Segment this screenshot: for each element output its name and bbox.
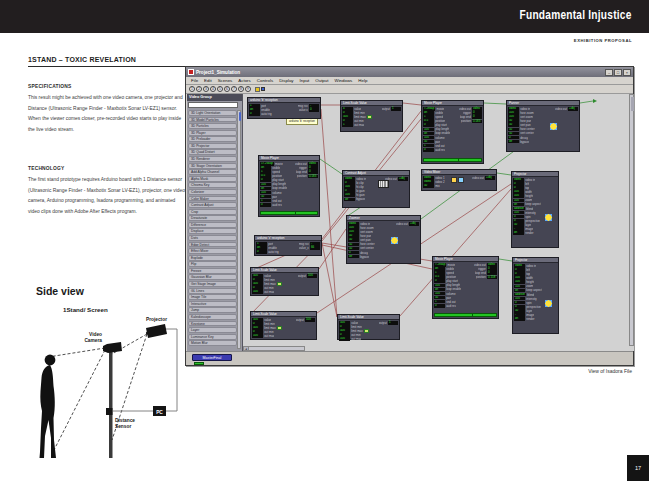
port-value[interactable]: 0 <box>508 136 519 140</box>
toolbox-item-color-maker[interactable]: Color Maker <box>188 196 237 202</box>
port-value[interactable]: 100 <box>260 183 271 187</box>
port-value[interactable]: video <box>513 178 524 182</box>
port-value[interactable]: 100 <box>508 115 519 119</box>
actor-node-arduino-b-reception[interactable]: arduino 'b' reception1portonenable0auto … <box>247 97 321 119</box>
port-value[interactable]: 50 <box>434 296 445 300</box>
actor-node-video-mixer[interactable]: Video Mixervideovideo 1videovideo 250mix… <box>421 169 497 191</box>
port-value[interactable]: 0 <box>514 268 525 272</box>
port-value[interactable]: 50 <box>508 123 519 127</box>
output-port[interactable]: output100 <box>298 274 317 278</box>
port-value[interactable]: 0 <box>260 178 271 182</box>
selected-media-icon[interactable] <box>545 214 552 221</box>
port-value[interactable]: 0 <box>252 278 263 282</box>
canvas-vscrollbar[interactable] <box>629 94 634 346</box>
port-value[interactable]: video <box>508 107 519 111</box>
port-value[interactable]: 0.5 <box>423 119 434 123</box>
port-value[interactable]: 500 <box>342 115 353 119</box>
menu-display[interactable]: Display <box>276 78 296 83</box>
port-value[interactable]: on <box>423 132 434 136</box>
toolbar-button-8[interactable]: 8 <box>238 86 244 92</box>
toolbar-button-7[interactable]: 7 <box>231 86 237 92</box>
port-value[interactable]: 1 <box>256 242 267 246</box>
port-value[interactable]: 100 <box>513 211 524 215</box>
toolbox-item-luminance-key[interactable]: Luminance Key <box>188 334 237 340</box>
port-value[interactable]: 100 <box>513 199 524 203</box>
menu-input[interactable]: Input <box>297 78 313 83</box>
selected-media-icon[interactable] <box>550 123 557 130</box>
port-value[interactable]: 50 <box>348 238 359 242</box>
toolbox-item-flip[interactable]: Flip <box>188 261 237 267</box>
port-value[interactable]: 0 <box>344 181 355 185</box>
port-value[interactable]: video <box>423 176 434 180</box>
maximize-button[interactable]: □ <box>614 69 622 76</box>
port-value[interactable]: 100 <box>434 284 445 288</box>
port-value[interactable]: 100 <box>434 292 445 296</box>
port-value[interactable]: 50 <box>260 195 271 199</box>
port-value[interactable]: 100 <box>348 230 359 234</box>
toolbox-item-alpha-mask[interactable]: Alpha Mask <box>188 176 237 182</box>
output-port[interactable]: value x0 <box>298 108 319 112</box>
input-port[interactable]: 0auto trig <box>256 250 320 254</box>
port-value[interactable]: 50 <box>348 234 359 238</box>
toolbox-item-gl-lines[interactable]: GL Lines <box>188 288 237 294</box>
port-value[interactable]: 0 <box>514 272 525 276</box>
input-port[interactable]: onrender <box>513 231 557 235</box>
toolbox-item-interactive[interactable]: Interactive <box>188 301 237 307</box>
port-value[interactable]: 500 <box>252 274 263 278</box>
patch-canvas[interactable]: arduino 'b' reception ◄ arduino 'b' rece… <box>243 94 634 351</box>
port-value[interactable]: off <box>508 140 519 144</box>
port-value[interactable]: 500 <box>339 329 350 333</box>
port-value[interactable]: 50 <box>348 243 359 247</box>
port-value[interactable]: on <box>434 288 445 292</box>
port-value[interactable]: 50 <box>423 184 434 188</box>
actor-node-movie-player[interactable]: Movie Player7.28kapmovieonvisible1speed0… <box>432 256 499 319</box>
window-titlebar[interactable]: Project1_Simulation – □ × <box>186 67 633 77</box>
port-value[interactable]: 4 <box>342 107 353 111</box>
actor-node-limit-scale-value[interactable]: Limit-Scale Value500value0limit min500li… <box>250 267 319 296</box>
link-icon[interactable] <box>261 87 265 91</box>
port-value[interactable]: 0 <box>260 203 271 207</box>
port-value[interactable]: 500 <box>252 326 263 330</box>
port-value[interactable]: 0 <box>513 219 524 223</box>
port-value[interactable]: video <box>514 264 525 268</box>
input-port[interactable]: offbypass <box>508 140 578 144</box>
port-value[interactable]: 1 <box>423 144 434 148</box>
output-port[interactable]: position0.158 <box>474 275 497 279</box>
toolbox-item-colorizer[interactable]: Colorizer <box>188 189 237 195</box>
port-value[interactable]: off <box>344 198 355 202</box>
actor-node-zoomer[interactable]: Zoomervideovideo in100horz zoom100vert z… <box>346 215 421 264</box>
output-port[interactable]: position0.583 <box>295 174 318 178</box>
toolbox-item-difference[interactable]: Difference <box>188 222 237 228</box>
port-value[interactable]: 0 <box>252 330 263 334</box>
toolbar-button-2[interactable]: 2 <box>196 86 202 92</box>
selected-media-icon[interactable] <box>545 300 552 307</box>
input-port[interactable]: 50mix <box>423 184 495 188</box>
actor-node-limit-scale-value[interactable]: Limit-Scale Value500value0limit min500li… <box>337 314 400 340</box>
port-value[interactable]: 100 <box>508 111 519 115</box>
port-value[interactable]: 0 <box>434 304 445 308</box>
port-value[interactable]: 0 <box>342 119 353 123</box>
port-value[interactable]: 0.5 <box>434 275 445 279</box>
port-value[interactable]: 100 <box>514 285 525 289</box>
port-value[interactable]: 500 <box>339 321 350 325</box>
port-value[interactable]: - <box>514 313 525 317</box>
port-value[interactable]: 50 <box>348 247 359 251</box>
toolbox-item-gaussian-blur[interactable]: Gaussian Blur <box>188 274 237 280</box>
port-value[interactable]: 500 <box>252 318 263 322</box>
port-value[interactable]: 100 <box>260 191 271 195</box>
port-value[interactable]: 100 <box>339 337 350 341</box>
actor-node-contrast-adjust[interactable]: Contrast Adjustvideovideo in0lo clip100h… <box>342 170 410 208</box>
port-value[interactable]: 1 <box>423 115 434 119</box>
toolbox-filter-input[interactable] <box>188 102 238 108</box>
port-value[interactable]: on <box>514 289 525 293</box>
port-value[interactable]: 0 <box>339 325 350 329</box>
port-value[interactable]: 50 <box>508 132 519 136</box>
toolbox-item-3d-stage-orientation[interactable]: 3D Stage Orientation <box>188 163 237 169</box>
toolbox-item-edge-detect[interactable]: Edge Detect <box>188 242 237 248</box>
port-value[interactable]: 0 <box>344 189 355 193</box>
port-value[interactable]: 7.28kap <box>423 107 435 111</box>
toolbox-item-desaturate[interactable]: Desaturate <box>188 215 237 221</box>
port-value[interactable]: 100 <box>344 193 355 197</box>
port-value[interactable]: 100 <box>423 136 434 140</box>
toolbox-item-image-tile[interactable]: Image Tile <box>188 294 237 300</box>
